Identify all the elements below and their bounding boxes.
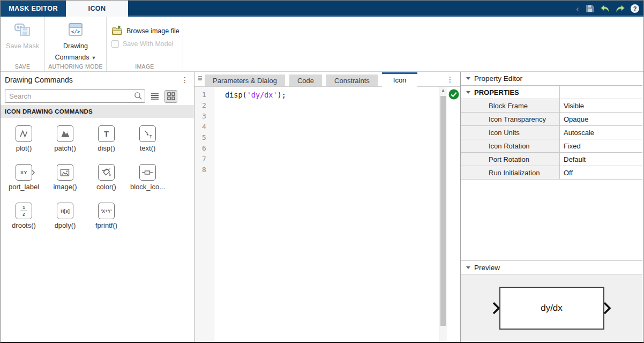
port-label-icon: XY xyxy=(16,164,32,181)
preview-block: dy/dx xyxy=(499,287,604,330)
property-value[interactable]: Autoscale xyxy=(559,126,642,139)
image-icon xyxy=(57,164,73,181)
property-value[interactable]: Opaque xyxy=(559,113,642,125)
scrollbar-thumb[interactable] xyxy=(440,96,446,326)
list-view-button[interactable] xyxy=(148,90,161,103)
section-triangle-icon[interactable] xyxy=(466,91,470,94)
tab-icon[interactable]: ICON xyxy=(66,1,128,17)
property-row-run-initialization: Run Initialization Off xyxy=(461,166,642,180)
document-tabstrip: Parameters & Dialog Code Constraints Ico… xyxy=(194,72,460,87)
properties-section-row[interactable]: PROPERTIES xyxy=(461,86,642,99)
save-mask-label: Save Mask xyxy=(6,42,39,51)
output-port-icon xyxy=(603,301,611,315)
tabstrip-kebab-icon[interactable]: ⋮ xyxy=(446,75,454,84)
save-icon[interactable] xyxy=(585,4,595,13)
help-icon[interactable]: ? xyxy=(631,4,639,13)
text-icon: T xyxy=(139,125,156,142)
svg-text:</>: </> xyxy=(71,28,80,34)
property-name: Icon Units xyxy=(461,126,559,139)
drawing-commands-label-line1: Drawing xyxy=(63,42,88,51)
tab-parameters-dialog[interactable]: Parameters & Dialog xyxy=(205,74,285,86)
titlebar: MASK EDITOR ICON ‹ ? xyxy=(1,1,643,17)
preview-header[interactable]: Preview xyxy=(461,260,642,274)
command-patch[interactable]: patch() xyxy=(54,125,76,152)
property-name: Icon Transparency xyxy=(461,113,559,125)
preview-title: Preview xyxy=(474,264,500,272)
property-editor-panel: Property Editor PROPERTIES Block Frame V… xyxy=(461,72,642,342)
main-area: Drawing Commands ⋮ ICON DRAWING COMMANDS xyxy=(1,72,643,342)
editor-scrollbar[interactable]: ▲ xyxy=(439,87,447,342)
command-color[interactable]: color() xyxy=(96,164,116,191)
property-name: Port Rotation xyxy=(461,153,559,166)
redo-icon[interactable] xyxy=(615,4,626,13)
svg-text:T: T xyxy=(149,134,152,139)
property-row-icon-transparency: Icon Transparency Opaque xyxy=(461,113,642,126)
drawing-commands-panel: Drawing Commands ⋮ ICON DRAWING COMMANDS xyxy=(1,72,194,342)
property-value[interactable]: Visible xyxy=(559,99,642,112)
browse-image-file-button[interactable]: Browse image file xyxy=(111,25,179,37)
browse-image-file-label: Browse image file xyxy=(126,27,179,35)
search-icon xyxy=(134,92,143,102)
collapse-triangle-icon[interactable] xyxy=(466,77,470,80)
command-dpoly[interactable]: H[s] dpoly() xyxy=(55,203,76,229)
ribbon-group-save-label: SAVE xyxy=(1,63,44,70)
tab-constraints[interactable]: Constraints xyxy=(326,74,378,86)
command-fprintf[interactable]: 'X+Y' fprintf() xyxy=(95,203,117,229)
dpoly-icon: H[s] xyxy=(57,203,73,219)
tab-code[interactable]: Code xyxy=(289,74,322,86)
ribbon: Save Mask SAVE </> Drawing Commands▼ AUT… xyxy=(1,17,643,72)
tab-list-icon[interactable] xyxy=(197,74,203,84)
code-text[interactable]: disp('dy/dx'); xyxy=(214,87,439,342)
command-image[interactable]: image() xyxy=(53,164,77,191)
property-row-icon-units: Icon Units Autoscale xyxy=(461,126,642,139)
color-icon xyxy=(98,164,115,181)
quick-access-toolbar: ‹ ? xyxy=(576,1,643,17)
preview-triangle-icon[interactable] xyxy=(466,266,470,269)
ribbon-group-authoring-label: AUTHORING MODE xyxy=(45,63,106,70)
search-input[interactable] xyxy=(5,90,145,103)
property-value[interactable]: Default xyxy=(559,153,642,166)
property-row-port-rotation: Port Rotation Default xyxy=(461,153,642,166)
tab-mask-editor[interactable]: MASK EDITOR xyxy=(1,1,66,17)
undo-icon[interactable] xyxy=(600,4,610,13)
drawing-commands-panel-title: Drawing Commands xyxy=(5,76,73,84)
mask-editor-window: MASK EDITOR ICON ‹ ? xyxy=(0,0,644,343)
save-with-model-checkbox-row[interactable]: Save With Model xyxy=(111,40,173,48)
disp-icon: T xyxy=(98,125,115,142)
scroll-up-arrow-icon[interactable]: ▲ xyxy=(439,88,447,93)
collapse-chevron-icon[interactable]: ‹ xyxy=(576,4,579,13)
command-grid: plot() patch() T disp() xyxy=(1,118,194,229)
icon-drawing-commands-header: ICON DRAWING COMMANDS xyxy=(1,105,194,118)
checkbox-icon[interactable] xyxy=(111,40,119,48)
drawing-commands-button[interactable]: </> Drawing Commands▼ xyxy=(55,21,96,63)
dropdown-arrow-icon: ▼ xyxy=(92,55,96,61)
panel-menu-kebab-icon[interactable]: ⋮ xyxy=(181,76,189,84)
save-mask-button[interactable]: Save Mask xyxy=(6,21,39,51)
command-disp[interactable]: T disp() xyxy=(98,125,115,152)
command-droots[interactable]: 1 z droots() xyxy=(12,203,36,229)
command-text[interactable]: T text() xyxy=(139,125,156,152)
block-icon-icon xyxy=(139,164,156,181)
property-name: Run Initialization xyxy=(461,166,559,179)
document-panel: Parameters & Dialog Code Constraints Ico… xyxy=(194,72,461,342)
command-port-label[interactable]: XY port_label xyxy=(9,164,39,191)
property-row-icon-rotation: Icon Rotation Fixed xyxy=(461,139,642,153)
property-value[interactable]: Fixed xyxy=(559,139,642,152)
ribbon-group-save: Save Mask SAVE xyxy=(1,17,45,71)
property-editor-header[interactable]: Property Editor xyxy=(461,72,642,86)
fprintf-icon: 'X+Y' xyxy=(98,203,115,219)
save-with-model-label: Save With Model xyxy=(123,40,173,48)
code-valid-check-icon xyxy=(448,89,459,100)
property-editor-empty-area xyxy=(461,180,642,260)
grid-view-button[interactable] xyxy=(164,90,177,103)
tab-icon-doc[interactable]: Icon xyxy=(382,72,418,87)
drawing-commands-icon: </> xyxy=(68,21,84,40)
code-editor[interactable]: 1 2 3 4 5 6 7 8 disp('dy/dx'); ▲ xyxy=(194,87,460,342)
property-row-block-frame: Block Frame Visible xyxy=(461,99,642,113)
command-plot[interactable]: plot() xyxy=(16,125,32,152)
property-value[interactable]: Off xyxy=(559,166,642,179)
code-line-1: disp('dy/dx'); xyxy=(225,90,439,100)
code-status-column xyxy=(447,87,460,342)
drawing-commands-label-line2: Commands▼ xyxy=(55,53,96,63)
command-block-icon[interactable]: block_ico... xyxy=(130,164,165,191)
